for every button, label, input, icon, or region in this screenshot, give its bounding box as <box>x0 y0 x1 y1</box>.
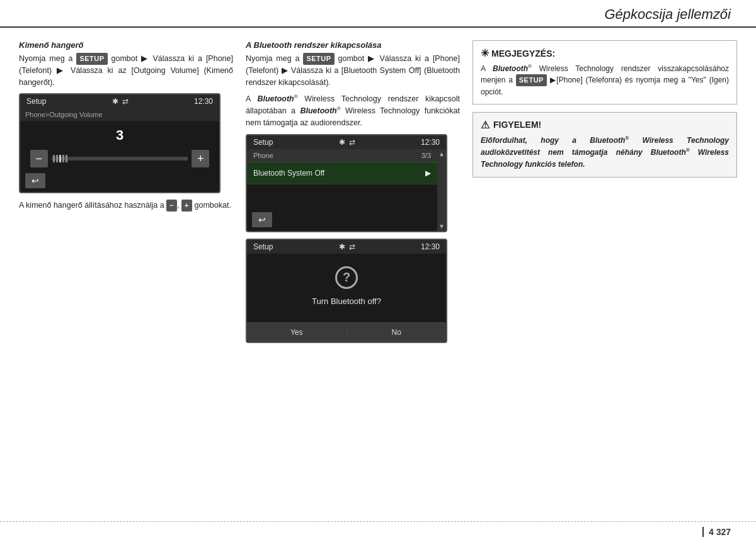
screen2-usb-icon: ⇄ <box>349 138 355 147</box>
note-title-text: MEGJEGYZÉS: <box>491 48 555 59</box>
left-para1: Nyomja meg a SETUP gombot ▶ Válassza ki … <box>19 53 233 88</box>
screen-dialog-title: Setup <box>253 242 273 251</box>
dialog-text: Turn Bluetooth off? <box>312 296 381 306</box>
note-title: ✳ MEGJEGYZÉS: <box>481 47 729 59</box>
vol-tick-3 <box>59 155 61 162</box>
screen-list-wrap: Phone 3/3 Bluetooth System Off ▶ ↩ ▲ ▼ <box>247 149 446 231</box>
note-box: ✳ MEGJEGYZÉS: A Bluetooth® Wireless Tech… <box>472 40 737 104</box>
note-bluetooth-brand: Bluetooth <box>493 64 528 73</box>
screen3-usb-icon: ⇄ <box>349 242 355 251</box>
bt-list-header: Phone 3/3 <box>247 149 437 162</box>
screen-dialog: Setup ✱ ⇄ 12:30 ? Turn Bluetooth off? Ye… <box>246 239 447 343</box>
mid-para1: Nyomja meg a SETUP gombot ▶ Válassza ki … <box>246 53 460 88</box>
vol-tick-1 <box>53 155 55 162</box>
screen-bt-off-time: 12:30 <box>421 138 440 147</box>
vol-tick-4 <box>62 155 64 162</box>
mid-para2: A Bluetooth® Wireless Technology rendsze… <box>246 93 460 129</box>
list-header-left: Phone <box>253 152 273 159</box>
bluetooth-brand-1: Bluetooth <box>257 94 294 103</box>
screen-volume-icons: ✱ ⇄ <box>112 97 129 106</box>
warning-triangle-icon: ⚠ <box>481 119 490 131</box>
dialog-no-button[interactable]: No <box>347 323 447 342</box>
screen-dialog-icons: ✱ ⇄ <box>339 242 355 251</box>
bt-list-item-bt-off[interactable]: Bluetooth System Off ▶ <box>247 162 437 184</box>
scrollbar-vertical: ▲ ▼ <box>437 149 446 231</box>
back-btn-row: ↩ <box>20 171 219 192</box>
bluetooth-brand-2: Bluetooth <box>300 106 336 115</box>
dialog-buttons: Yes No <box>247 322 446 342</box>
screen-volume-subtitle: Phone>Outgoing Volume <box>20 108 219 121</box>
back-btn-row-2: ↩ <box>247 210 437 231</box>
dialog-yes-button[interactable]: Yes <box>247 323 347 342</box>
page-header: Gépkocsija jellemzői <box>0 0 756 28</box>
back-button-bt[interactable]: ↩ <box>252 212 272 227</box>
plus-badge: + <box>181 200 192 212</box>
bt-list-item-text: Bluetooth System Off <box>253 169 324 178</box>
usb-icon: ⇄ <box>122 97 129 106</box>
page-title: Gépkocsija jellemzői <box>604 6 731 23</box>
screen3-bt-icon: ✱ <box>339 242 345 251</box>
warning-box: ⚠ FIGYELEM! Előfordulhat, hogy a Bluetoo… <box>472 112 737 178</box>
scroll-up-arrow[interactable]: ▲ <box>438 150 445 157</box>
warning-wireless: Wireless Technology <box>643 136 729 145</box>
screen-volume-time: 12:30 <box>194 97 213 106</box>
volume-display: 3 − + <box>20 121 219 171</box>
warning-bluetooth-brand1: Bluetooth <box>590 136 625 145</box>
dialog-body: ? Turn Bluetooth off? <box>247 254 446 322</box>
screen2-bt-icon: ✱ <box>339 138 345 147</box>
note-asterisk: ✳ <box>481 47 489 59</box>
note-text: A Bluetooth® Wireless Technology rendsze… <box>481 63 729 98</box>
setup-badge-left1: SETUP <box>76 53 107 65</box>
section-title-mid: A Bluetooth rendszer kikapcsolása <box>246 40 460 50</box>
volume-number: 3 <box>116 127 123 144</box>
bt-list-item-arrow: ▶ <box>425 169 431 178</box>
volume-bar: − + <box>30 150 209 167</box>
warning-wireless2: Wireless Technology <box>481 148 729 169</box>
dialog-question-icon: ? <box>335 266 358 289</box>
note-setup-badge: SETUP <box>516 74 547 86</box>
screen-volume: Setup ✱ ⇄ 12:30 Phone>Outgoing Volume 3 … <box>19 93 220 193</box>
footer-page-number: 4 327 <box>702 527 731 537</box>
screen-dialog-time: 12:30 <box>421 242 440 251</box>
screen-dialog-header: Setup ✱ ⇄ 12:30 <box>247 240 446 254</box>
screen-volume-title: Setup <box>26 97 46 106</box>
back-button-volume[interactable]: ↩ <box>25 173 45 188</box>
screen-bt-off-icons: ✱ ⇄ <box>339 138 355 147</box>
bluetooth-icon: ✱ <box>112 97 118 106</box>
warning-title-text: FIGYELEM! <box>493 120 541 130</box>
minus-badge: − <box>166 200 177 212</box>
list-empty-space <box>247 184 437 210</box>
bottom-text: A kimenő hangerő állításához használja a… <box>19 200 233 212</box>
scroll-down-arrow[interactable]: ▼ <box>438 223 445 230</box>
screen-bt-off: Setup ✱ ⇄ 12:30 Phone 3/3 Bluetooth Syst… <box>246 134 447 232</box>
volume-plus-button[interactable]: + <box>192 150 209 167</box>
warning-title: ⚠ FIGYELEM! <box>481 119 729 131</box>
volume-track <box>52 157 188 161</box>
vol-tick-2 <box>56 155 58 162</box>
screen-bt-off-title: Setup <box>253 138 273 147</box>
vol-tick-5 <box>66 155 67 162</box>
section-title-left: Kimenő hangerő <box>19 40 233 50</box>
left-column: Kimenő hangerő Nyomja meg a SETUP gombot… <box>19 40 233 488</box>
middle-column: A Bluetooth rendszer kikapcsolása Nyomja… <box>246 40 460 488</box>
screen-list-content: Phone 3/3 Bluetooth System Off ▶ ↩ <box>247 149 437 231</box>
page-footer: 4 327 <box>0 521 756 542</box>
right-column: ✳ MEGJEGYZÉS: A Bluetooth® Wireless Tech… <box>472 40 737 488</box>
list-header-right: 3/3 <box>421 152 431 159</box>
setup-badge-mid1: SETUP <box>303 53 334 65</box>
main-content: Kimenő hangerő Nyomja meg a SETUP gombot… <box>0 28 756 500</box>
warning-bluetooth-brand2: Bluetooth <box>651 148 686 157</box>
screen-volume-header: Setup ✱ ⇄ 12:30 <box>20 94 219 108</box>
screen-bt-off-header: Setup ✱ ⇄ 12:30 <box>247 135 446 149</box>
warning-text: Előfordulhat, hogy a Bluetooth® Wireless… <box>481 135 729 171</box>
volume-minus-button[interactable]: − <box>30 150 48 167</box>
